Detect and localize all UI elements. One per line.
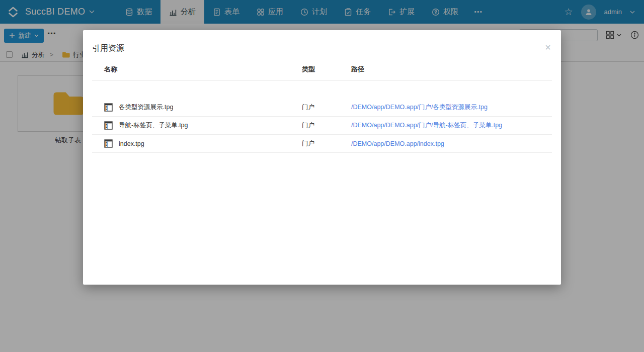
table-body: 各类型资源展示.tpg 门户 /DEMO/app/DEMO.app/门户/各类型…	[92, 80, 552, 153]
portal-page-icon	[104, 103, 113, 112]
column-header-name: 名称	[92, 65, 302, 74]
table-header-row: 名称 类型 路径	[92, 54, 552, 80]
resource-name: index.tpg	[119, 140, 144, 147]
close-icon[interactable]: ×	[545, 42, 551, 52]
resource-name: 导航-标签页、子菜单.tpg	[119, 121, 188, 130]
resource-type: 门户	[302, 103, 351, 112]
resources-table: 名称 类型 路径 各类型资源展示.tpg 门户 /DEMO/app/DEMO	[92, 54, 552, 153]
resource-path-cell: /DEMO/app/DEMO.app/门户/各类型资源展示.tpg	[351, 103, 552, 112]
column-header-path: 路径	[351, 65, 552, 74]
table-row: 各类型资源展示.tpg 门户 /DEMO/app/DEMO.app/门户/各类型…	[92, 99, 552, 117]
resource-type: 门户	[302, 121, 351, 130]
table-row: 导航-标签页、子菜单.tpg 门户 /DEMO/app/DEMO.app/门户/…	[92, 117, 552, 135]
table-row: index.tpg 门户 /DEMO/app/DEMO.app/index.tp…	[92, 135, 552, 153]
resource-name-cell: index.tpg	[92, 139, 302, 148]
resource-name-cell: 导航-标签页、子菜单.tpg	[92, 121, 302, 130]
resource-path-link[interactable]: /DEMO/app/DEMO.app/门户/导航-标签页、子菜单.tpg	[351, 122, 502, 129]
resource-path-cell: /DEMO/app/DEMO.app/index.tpg	[351, 140, 552, 147]
resource-name-cell: 各类型资源展示.tpg	[92, 103, 302, 112]
portal-page-icon	[104, 121, 113, 130]
portal-page-icon	[104, 139, 113, 148]
resource-path-link[interactable]: /DEMO/app/DEMO.app/门户/各类型资源展示.tpg	[351, 104, 488, 111]
resource-path-link[interactable]: /DEMO/app/DEMO.app/index.tpg	[351, 140, 444, 147]
referenced-resources-dialog: 引用资源 × 名称 类型 路径 各类型资源展示.tpg 门	[83, 30, 561, 285]
resource-name: 各类型资源展示.tpg	[119, 103, 173, 112]
resource-type: 门户	[302, 139, 351, 148]
column-header-type: 类型	[302, 65, 351, 74]
resource-path-cell: /DEMO/app/DEMO.app/门户/导航-标签页、子菜单.tpg	[351, 121, 552, 130]
dialog-title: 引用资源	[83, 30, 561, 54]
